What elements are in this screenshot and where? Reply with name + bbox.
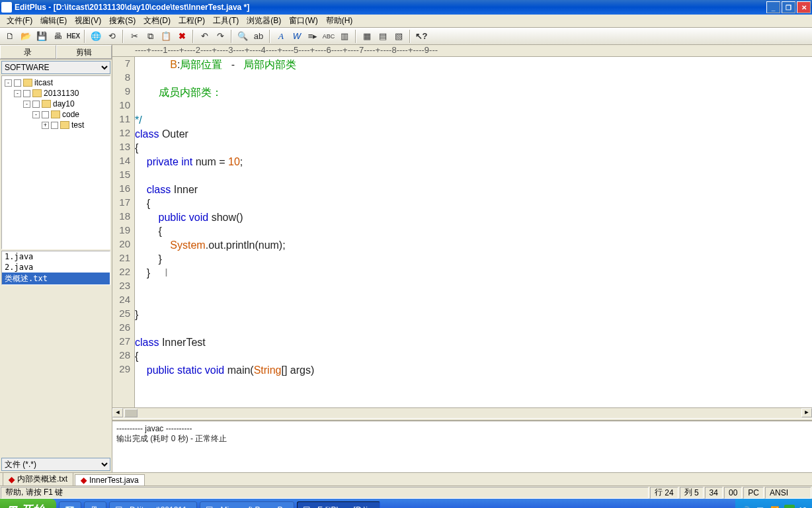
tab-label: InnerTest.java: [89, 476, 139, 485]
checkbox-icon[interactable]: [23, 90, 30, 97]
file-list-item[interactable]: 2.java: [2, 262, 110, 273]
checkbox-icon[interactable]: [32, 101, 40, 108]
status-col: 列 5: [680, 487, 704, 499]
drive-select[interactable]: SOFTWARE: [1, 61, 110, 74]
menu-project[interactable]: 工程(P): [175, 15, 209, 27]
hex-icon[interactable]: HEX: [66, 29, 81, 44]
status-zero: 00: [724, 487, 742, 499]
menu-document[interactable]: 文档(D): [140, 15, 175, 27]
expand-icon[interactable]: -: [23, 101, 30, 108]
taskbar-item[interactable]: ▣Microsoft PowerP...: [200, 501, 294, 508]
file-filter-select[interactable]: 文件 (*.*): [1, 458, 110, 471]
menu-browser[interactable]: 浏览器(B): [243, 15, 285, 27]
view2-icon[interactable]: ▤: [376, 29, 390, 44]
file-list-item[interactable]: 1.java: [2, 251, 110, 262]
sidebar-tab-cliptext[interactable]: 剪辑: [56, 45, 112, 59]
expand-icon[interactable]: -: [32, 111, 40, 118]
output-panel[interactable]: ---------- javac ---------- 输出完成 (耗时 0 秒…: [112, 421, 812, 472]
find-icon[interactable]: 🔍: [235, 29, 250, 44]
column-icon[interactable]: ▥: [337, 29, 352, 44]
dirty-indicator-icon: ◆: [81, 476, 87, 485]
refresh-icon[interactable]: ⟲: [104, 29, 119, 44]
checkbox-icon[interactable]: [14, 79, 21, 87]
menu-help[interactable]: 帮助(H): [322, 15, 357, 27]
status-spare: 34: [705, 487, 723, 499]
expand-icon[interactable]: +: [42, 122, 49, 129]
menu-view[interactable]: 视图(V): [71, 15, 105, 27]
menu-edit[interactable]: 编辑(E): [36, 15, 71, 27]
code-editor[interactable]: 7891011121314151617181920212223242526272…: [112, 57, 812, 407]
scroll-left-icon[interactable]: ◄: [112, 408, 123, 417]
shield-icon[interactable]: 🛡: [755, 505, 766, 508]
tree-node[interactable]: +test: [2, 120, 110, 130]
checkbox-icon[interactable]: [42, 111, 49, 118]
checkbox-icon[interactable]: [51, 122, 58, 129]
document-tab[interactable]: ◆InnerTest.java: [75, 474, 145, 486]
file-list[interactable]: 1.java2.java类概述.txt: [1, 251, 110, 285]
output-line: 输出完成 (耗时 0 秒) - 正常终止: [116, 433, 808, 444]
window-title: EditPlus - [D:\itcast\20131130\day10\cod…: [15, 3, 766, 12]
folder-icon: [42, 100, 51, 108]
window-titlebar: EditPlus - [D:\itcast\20131130\day10\cod…: [0, 0, 812, 15]
menu-bar: 文件(F) 编辑(E) 视图(V) 搜索(S) 文档(D) 工程(P) 工具(T…: [0, 15, 812, 28]
open-file-icon[interactable]: 📂: [19, 29, 33, 44]
menu-window[interactable]: 窗口(W): [285, 15, 321, 27]
view1-icon[interactable]: ▦: [360, 29, 374, 44]
line-gutter: 7891011121314151617181920212223242526272…: [112, 57, 135, 407]
save-icon[interactable]: 💾: [34, 29, 49, 44]
volume-icon[interactable]: 🔊: [741, 505, 751, 508]
folder-icon: [23, 79, 32, 87]
new-file-icon[interactable]: 🗋: [3, 29, 17, 44]
print-icon[interactable]: 🖶: [50, 29, 65, 44]
wrap-icon[interactable]: W: [290, 29, 304, 44]
file-list-item[interactable]: 类概述.txt: [2, 273, 110, 285]
tree-node[interactable]: -code: [2, 109, 110, 120]
delete-icon[interactable]: ✖: [175, 29, 189, 44]
network-icon[interactable]: 📶: [770, 505, 780, 508]
folder-icon: [60, 121, 69, 129]
close-button[interactable]: ✕: [797, 1, 811, 13]
italic-icon[interactable]: A: [274, 29, 288, 44]
paste-icon[interactable]: 📋: [159, 29, 173, 44]
taskbar-item[interactable]: ▣EditPlus - [D:\i...: [297, 501, 380, 508]
copy-icon[interactable]: ⧉: [143, 29, 157, 44]
email-icon: 📧: [65, 505, 75, 508]
taskbar-item[interactable]: ▣D:\itcast\201311..: [109, 501, 197, 508]
spell-icon[interactable]: ABC: [321, 29, 336, 44]
redo-icon[interactable]: ↷: [213, 29, 227, 44]
tree-node[interactable]: -day10: [2, 99, 110, 109]
document-tab[interactable]: ◆内部类概述.txt: [3, 472, 73, 486]
view3-icon[interactable]: ▧: [391, 29, 406, 44]
tree-node[interactable]: -20131130: [2, 88, 110, 99]
browser-icon[interactable]: 🌐: [89, 29, 103, 44]
indent-icon[interactable]: ≡▸: [305, 29, 320, 44]
tree-label: itcast: [34, 78, 53, 87]
ql-icon[interactable]: 📧: [59, 501, 81, 508]
start-button[interactable]: ⊞ 开始: [0, 499, 56, 508]
cut-icon[interactable]: ✂: [127, 29, 142, 44]
menu-tools[interactable]: 工具(T): [209, 15, 243, 27]
tree-node[interactable]: -itcast: [2, 77, 110, 88]
system-tray[interactable]: 🔊 🛡 📶 ✔ 16: [735, 499, 812, 508]
horizontal-scrollbar[interactable]: ◄ ►: [112, 407, 812, 418]
app-icon: [1, 2, 12, 13]
folder-tree[interactable]: -itcast-20131130-day10-code+test: [1, 75, 110, 249]
replace-icon[interactable]: ab: [251, 29, 266, 44]
ql-icon2[interactable]: 🖥: [84, 501, 106, 508]
scroll-right-icon[interactable]: ►: [801, 408, 812, 417]
minimize-button[interactable]: _: [766, 1, 780, 13]
help-icon[interactable]: ↖?: [414, 29, 428, 44]
expand-icon[interactable]: -: [14, 90, 21, 97]
menu-file[interactable]: 文件(F): [3, 15, 36, 27]
undo-icon[interactable]: ↶: [197, 29, 212, 44]
windows-logo-icon: ⊞: [7, 503, 17, 508]
maximize-button[interactable]: ❐: [782, 1, 795, 13]
tree-label: test: [71, 120, 84, 130]
expand-icon[interactable]: -: [5, 79, 12, 87]
sidebar-tab-directory[interactable]: 录: [0, 45, 56, 59]
output-line: ---------- javac ----------: [116, 424, 808, 433]
menu-search[interactable]: 搜索(S): [105, 15, 140, 27]
scroll-thumb[interactable]: [124, 409, 138, 417]
directory-panel: 录 剪辑 SOFTWARE -itcast-20131130-day10-cod…: [0, 45, 112, 472]
battery-icon[interactable]: ✔: [784, 505, 795, 508]
